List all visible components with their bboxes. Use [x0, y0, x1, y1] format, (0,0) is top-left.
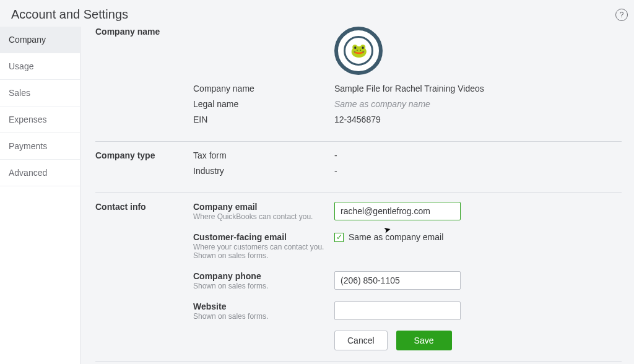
label-tax-form: Tax form	[193, 150, 334, 160]
label-company-phone-text: Company phone	[193, 271, 261, 281]
section-label-contact-info: Contact info	[95, 202, 193, 350]
label-company-email: Company email Where QuickBooks can conta…	[193, 202, 334, 221]
sub-company-phone: Shown on sales forms.	[193, 282, 334, 290]
sidebar-item-usage[interactable]: Usage	[0, 53, 80, 80]
sidebar-item-company[interactable]: Company	[0, 27, 80, 53]
website-input[interactable]	[334, 301, 461, 320]
frog-icon: 🐸	[344, 36, 373, 66]
company-logo[interactable]: 🐸	[334, 27, 622, 75]
value-tax-form: -	[334, 150, 337, 160]
sidebar: Company Usage Sales Expenses Payments Ad…	[0, 27, 80, 364]
value-legal-name: Same as company name	[334, 99, 430, 109]
same-as-company-email-checkbox[interactable]: ✓	[334, 233, 344, 242]
page-title: Account and Settings	[11, 7, 128, 22]
value-company-name: Sample File for Rachel Training Videos	[334, 84, 484, 93]
company-email-input[interactable]	[334, 202, 461, 220]
value-ein: 12-3456879	[334, 115, 381, 124]
label-customer-email: Customer-facing email Where your custome…	[193, 232, 334, 260]
label-company-name: Company name	[193, 84, 334, 93]
label-website: Website Shown on sales forms.	[193, 301, 334, 321]
label-company-phone: Company phone Shown on sales forms.	[193, 271, 334, 290]
sub-customer-email: Where your customers can contact you. Sh…	[193, 243, 334, 260]
value-industry: -	[334, 166, 337, 176]
save-button[interactable]: Save	[396, 331, 452, 350]
label-legal-name: Legal name	[193, 99, 334, 109]
label-customer-email-text: Customer-facing email	[193, 232, 287, 242]
help-icon[interactable]: ?	[615, 9, 628, 21]
sidebar-item-expenses[interactable]: Expenses	[0, 106, 80, 133]
content-area: Company name 🐸 Company name Sample File …	[80, 27, 634, 364]
sidebar-item-payments[interactable]: Payments	[0, 133, 80, 160]
label-company-email-text: Company email	[193, 202, 257, 212]
label-ein: EIN	[193, 115, 334, 124]
sub-company-email: Where QuickBooks can contact you.	[193, 212, 334, 221]
checkbox-label-same-email: Same as company email	[349, 232, 443, 242]
section-company-type: Company type Tax form - Industry -	[95, 142, 622, 193]
section-label-company-name: Company name	[95, 27, 193, 130]
section-label-company-type: Company type	[95, 150, 193, 181]
sidebar-item-advanced[interactable]: Advanced	[0, 160, 80, 186]
cancel-button[interactable]: Cancel	[334, 331, 388, 350]
sub-website: Shown on sales forms.	[193, 312, 334, 321]
section-company-name: Company name 🐸 Company name Sample File …	[95, 27, 622, 142]
label-website-text: Website	[193, 301, 226, 311]
sidebar-item-sales[interactable]: Sales	[0, 80, 80, 106]
section-contact-info: Contact info Company email Where QuickBo…	[95, 193, 622, 362]
company-phone-input[interactable]	[334, 271, 461, 290]
label-industry: Industry	[193, 166, 334, 176]
